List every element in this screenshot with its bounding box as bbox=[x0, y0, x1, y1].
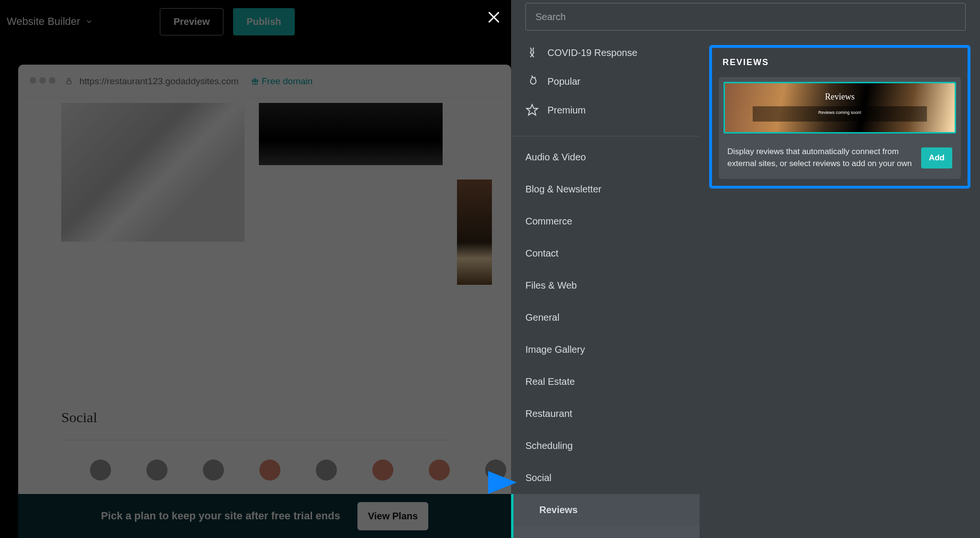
flame-icon bbox=[525, 75, 539, 88]
category-list[interactable]: COVID-19 Response Popular Premium Audio … bbox=[511, 34, 700, 538]
thumbnail-title: Reviews bbox=[725, 92, 955, 102]
subcategory-social[interactable]: Social bbox=[513, 526, 700, 538]
detail-column: REVIEWS Reviews Reviews coming soon! Dis… bbox=[700, 34, 980, 538]
svg-marker-5 bbox=[526, 104, 537, 115]
facebook-icon[interactable] bbox=[146, 460, 167, 481]
trial-text: Pick a plan to keep your site after free… bbox=[101, 510, 340, 522]
trial-banner: Pick a plan to keep your site after free… bbox=[18, 494, 511, 538]
category-general[interactable]: General bbox=[511, 302, 700, 334]
category-contact[interactable]: Contact bbox=[511, 237, 700, 269]
social-icons bbox=[90, 460, 511, 481]
gallery-image bbox=[61, 103, 245, 242]
window-dots bbox=[30, 77, 58, 86]
divider bbox=[511, 136, 700, 136]
category-covid[interactable]: COVID-19 Response bbox=[511, 38, 700, 67]
social-heading: Social bbox=[61, 409, 511, 426]
category-label: COVID-19 Response bbox=[547, 47, 637, 58]
section-card: Reviews Reviews coming soon! Display rev… bbox=[719, 77, 961, 179]
lock-icon bbox=[65, 78, 73, 85]
section-thumbnail[interactable]: Reviews Reviews coming soon! bbox=[724, 82, 956, 134]
tiktok-icon[interactable] bbox=[429, 460, 450, 481]
category-commerce[interactable]: Commerce bbox=[511, 205, 700, 237]
publish-button[interactable]: Publish bbox=[233, 8, 294, 35]
gallery-image bbox=[259, 103, 442, 165]
detail-heading: REVIEWS bbox=[723, 57, 961, 67]
discord-icon[interactable] bbox=[90, 460, 111, 481]
address-bar: https://restaurant123.godaddysites.com F… bbox=[18, 65, 511, 98]
add-section-panel: COVID-19 Response Popular Premium Audio … bbox=[511, 0, 980, 538]
category-real-estate[interactable]: Real Estate bbox=[511, 366, 700, 398]
linkedin-icon[interactable] bbox=[316, 460, 337, 481]
houzz-icon[interactable] bbox=[203, 460, 224, 481]
preview-button[interactable]: Preview bbox=[160, 8, 224, 35]
divider bbox=[61, 440, 449, 440]
view-plans-button[interactable]: View Plans bbox=[357, 502, 428, 530]
gift-icon bbox=[251, 78, 259, 85]
twitch-icon[interactable] bbox=[485, 460, 506, 481]
category-label: Popular bbox=[547, 76, 580, 87]
thumbnail-subtitle: Reviews coming soon! bbox=[725, 110, 955, 115]
brand-dropdown[interactable]: Website Builder bbox=[7, 15, 93, 28]
subcategory-reviews[interactable]: Reviews bbox=[513, 494, 700, 526]
top-buttons: Preview Publish bbox=[160, 8, 295, 35]
free-domain-link[interactable]: Free domain bbox=[251, 76, 313, 87]
category-premium[interactable]: Premium bbox=[511, 96, 700, 124]
category-audio-video[interactable]: Audio & Video bbox=[511, 141, 700, 173]
search-input[interactable] bbox=[525, 3, 966, 31]
category-files-web[interactable]: Files & Web bbox=[511, 269, 700, 302]
pinterest-icon[interactable] bbox=[372, 460, 393, 481]
category-restaurant[interactable]: Restaurant bbox=[511, 398, 700, 430]
brand-label: Website Builder bbox=[7, 15, 80, 28]
svg-rect-0 bbox=[67, 81, 71, 84]
ribbon-icon bbox=[525, 46, 539, 59]
free-domain-label: Free domain bbox=[262, 76, 313, 87]
instagram-icon[interactable] bbox=[259, 460, 280, 481]
category-blog-newsletter[interactable]: Blog & Newsletter bbox=[511, 173, 700, 205]
category-social[interactable]: Social bbox=[511, 462, 700, 494]
category-popular[interactable]: Popular bbox=[511, 67, 700, 96]
add-button[interactable]: Add bbox=[921, 147, 952, 168]
gallery-image bbox=[457, 179, 492, 285]
category-scheduling[interactable]: Scheduling bbox=[511, 430, 700, 462]
star-icon bbox=[525, 103, 539, 117]
annotation-highlight: REVIEWS Reviews Reviews coming soon! Dis… bbox=[709, 45, 970, 189]
category-label: Premium bbox=[547, 105, 586, 116]
section-description: Display reviews that automatically conne… bbox=[727, 146, 913, 169]
site-preview: https://restaurant123.godaddysites.com F… bbox=[18, 65, 511, 494]
category-image-gallery[interactable]: Image Gallery bbox=[511, 334, 700, 366]
subcategory-group: Reviews Social bbox=[511, 494, 700, 538]
image-gallery-preview bbox=[18, 98, 511, 285]
chevron-down-icon bbox=[85, 18, 93, 25]
close-icon[interactable] bbox=[485, 9, 502, 26]
preview-url: https://restaurant123.godaddysites.com bbox=[79, 76, 239, 87]
social-section: Social bbox=[61, 409, 511, 481]
